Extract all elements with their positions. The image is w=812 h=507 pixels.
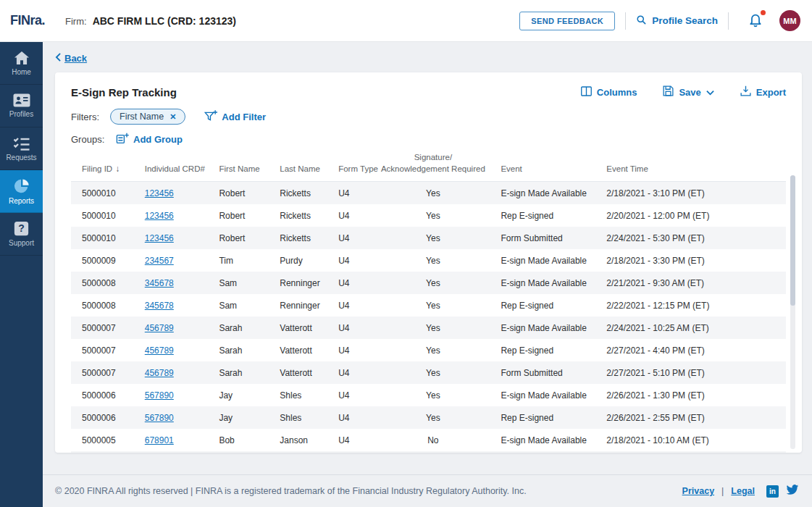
table-scrollbar-track[interactable] bbox=[790, 175, 795, 449]
table-cell: Vatterott bbox=[274, 368, 332, 378]
sidebar-item-label: Profiles bbox=[9, 110, 33, 118]
table-cell: U4 bbox=[332, 188, 380, 198]
chevron-down-icon bbox=[706, 87, 714, 98]
remove-filter-icon[interactable]: ✕ bbox=[169, 112, 176, 122]
crd-link[interactable]: 123456 bbox=[145, 188, 174, 198]
sidebar-item-requests[interactable]: Requests bbox=[0, 127, 43, 170]
save-button[interactable]: Save bbox=[663, 85, 713, 99]
crd-link[interactable]: 345678 bbox=[145, 301, 174, 311]
avatar[interactable]: MM bbox=[779, 10, 800, 31]
send-feedback-button[interactable]: SEND FEEDBACK bbox=[519, 12, 615, 30]
table-cell: 2/18/2021 - 3:30 PM (ET) bbox=[600, 256, 786, 266]
cell-individual-crd: 456789 bbox=[139, 323, 214, 333]
legal-link[interactable]: Legal bbox=[731, 486, 755, 496]
table-cell: Yes bbox=[380, 256, 486, 266]
twitter-icon[interactable] bbox=[786, 485, 799, 498]
column-header-form-type[interactable]: Form Type bbox=[332, 164, 380, 175]
crd-link[interactable]: 456789 bbox=[145, 323, 174, 333]
column-header-event-time[interactable]: Event Time bbox=[600, 164, 786, 175]
linkedin-icon[interactable]: in bbox=[766, 485, 779, 498]
crd-link[interactable]: 123456 bbox=[145, 211, 174, 221]
table-cell: Rep E-signed bbox=[486, 301, 600, 311]
add-group-button[interactable]: Add Group bbox=[116, 133, 183, 146]
table-cell: Purdy bbox=[274, 256, 332, 266]
notifications-button[interactable] bbox=[748, 12, 763, 30]
table-cell: Robert bbox=[213, 211, 274, 221]
profile-search-button[interactable]: Profile Search bbox=[636, 14, 718, 28]
table-cell: Ricketts bbox=[274, 188, 332, 198]
home-icon bbox=[14, 51, 30, 65]
notification-badge bbox=[759, 9, 767, 17]
table-cell: Ricketts bbox=[274, 211, 332, 221]
crd-link[interactable]: 123456 bbox=[145, 233, 174, 243]
table-cell: E-sign Made Available bbox=[486, 435, 600, 445]
table-cell: Janson bbox=[274, 435, 332, 445]
column-header-individual-crd[interactable]: Individual CRD# bbox=[139, 164, 214, 175]
crd-link[interactable]: 567890 bbox=[145, 413, 174, 423]
crd-link[interactable]: 456789 bbox=[145, 345, 174, 356]
table-cell: Yes bbox=[380, 301, 486, 311]
footer-link-separator: | bbox=[721, 486, 724, 496]
crd-link[interactable]: 456789 bbox=[145, 368, 174, 378]
sidebar-item-support[interactable]: ? Support bbox=[0, 213, 43, 256]
table-row: 5000005678901BobJansonU4NoE-sign Made Av… bbox=[71, 429, 786, 451]
sidebar-item-reports[interactable]: Reports bbox=[0, 170, 43, 213]
table-cell: 2/18/2021 - 3:10 PM (ET) bbox=[600, 188, 786, 198]
column-header-last-name[interactable]: Last Name bbox=[274, 164, 332, 175]
table-cell: 5000008 bbox=[71, 278, 139, 288]
column-header-event[interactable]: Event bbox=[486, 164, 600, 175]
export-icon bbox=[740, 85, 751, 99]
filters-label: Filters: bbox=[71, 112, 110, 122]
crd-link[interactable]: 678901 bbox=[145, 435, 174, 445]
sidebar: Home Profiles Requests bbox=[0, 42, 43, 507]
privacy-link[interactable]: Privacy bbox=[682, 486, 714, 496]
table-cell: 5000010 bbox=[71, 188, 139, 198]
support-icon: ? bbox=[14, 221, 29, 236]
table-cell: Yes bbox=[380, 278, 486, 288]
page-title: E-Sign Rep Tracking bbox=[71, 86, 177, 99]
add-filter-button[interactable]: Add Filter bbox=[204, 109, 266, 124]
table-cell: E-sign Made Available bbox=[486, 256, 600, 266]
report-toolbar: Columns Save bbox=[581, 85, 786, 99]
table-scrollbar-thumb[interactable] bbox=[790, 175, 795, 306]
partial-row bbox=[71, 451, 786, 453]
cell-individual-crd: 678901 bbox=[139, 435, 214, 445]
add-filter-icon bbox=[204, 109, 217, 124]
table-cell: Bob bbox=[213, 435, 274, 445]
table-cell: 5000005 bbox=[71, 435, 139, 445]
table-cell: Vatterott bbox=[274, 323, 332, 333]
filters-row: Filters: First Name ✕ Add Filter bbox=[71, 109, 786, 125]
table-cell: 2/20/2021 - 12:00 PM (ET) bbox=[600, 211, 786, 221]
table-cell: E-sign Made Available bbox=[486, 188, 600, 198]
top-bar: FINra. Firm: ABC FIRM LLC (CRD: 123123) … bbox=[0, 0, 812, 42]
crd-link[interactable]: 567890 bbox=[145, 390, 174, 401]
filter-chip-first-name[interactable]: First Name ✕ bbox=[110, 109, 185, 125]
table-cell: U4 bbox=[332, 368, 380, 378]
cell-individual-crd: 456789 bbox=[139, 345, 214, 356]
table-cell: Sam bbox=[213, 301, 274, 311]
column-header-first-name[interactable]: First Name bbox=[213, 164, 274, 175]
export-button[interactable]: Export bbox=[740, 85, 786, 99]
back-link[interactable]: Back bbox=[55, 53, 87, 64]
firm-label: Firm: bbox=[65, 16, 87, 27]
add-filter-label: Add Filter bbox=[222, 112, 266, 122]
table-cell: Yes bbox=[380, 211, 486, 221]
table-cell: U4 bbox=[332, 211, 380, 221]
column-header-signature-required[interactable]: Signature/ Acknowledgement Required bbox=[380, 152, 486, 175]
sidebar-item-profiles[interactable]: Profiles bbox=[0, 85, 43, 127]
table-cell: Yes bbox=[380, 345, 486, 356]
divider bbox=[625, 12, 626, 30]
crd-link[interactable]: 345678 bbox=[145, 278, 174, 288]
chevron-left-icon bbox=[55, 53, 62, 64]
back-label: Back bbox=[64, 53, 87, 64]
report-card: E-Sign Rep Tracking Columns bbox=[55, 72, 802, 453]
cell-individual-crd: 345678 bbox=[139, 301, 214, 311]
columns-button[interactable]: Columns bbox=[581, 86, 637, 99]
table-row: 5000010123456RobertRickettsU4YesE-sign M… bbox=[71, 182, 786, 204]
table-cell: Shles bbox=[274, 390, 332, 401]
sidebar-item-home[interactable]: Home bbox=[0, 42, 43, 85]
crd-link[interactable]: 234567 bbox=[145, 256, 174, 266]
sidebar-item-label: Reports bbox=[9, 197, 34, 205]
column-header-filing-id[interactable]: Filing ID↓ bbox=[71, 163, 139, 175]
cell-individual-crd: 567890 bbox=[139, 413, 214, 423]
